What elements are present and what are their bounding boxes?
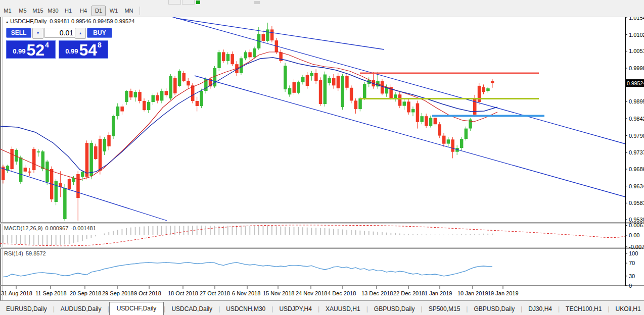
chart-tab-usdjpy-h4[interactable]: USDJPY,H4 [273, 303, 317, 315]
macd-axis-label: 0.00 [629, 232, 639, 238]
price-axis-label: 0.96865 [629, 166, 644, 172]
svg-text:0.99524: 0.99524 [627, 80, 644, 86]
date-axis-label: 15 Nov 2018 [263, 290, 294, 296]
chart-tab-ukoil-h1[interactable]: UKOil,H1 [610, 303, 644, 315]
price-axis-label: 0.96340 [629, 183, 644, 189]
rsi-axis-label: 30 [629, 273, 635, 279]
date-axis-label: 10 Jan 2019 [457, 290, 488, 296]
sell-button[interactable]: SELL [6, 28, 31, 38]
timeframe-toolbar: M1M5M15M30H1H4D1W1MN [0, 5, 644, 17]
chart-tab-usdcnh-m30[interactable]: USDCNH,M30 [220, 303, 271, 315]
date-axis-label: 29 Sep 2018 [102, 290, 133, 296]
timeframe-button-m15[interactable]: M15 [31, 6, 45, 16]
sell-price-panel[interactable]: 0.99 52 4 [6, 40, 56, 59]
date-axis-label: 27 Oct 2018 [200, 290, 230, 296]
macd-axis-label: 0.006137 [629, 222, 644, 228]
ghost-toolbar-button [182, 0, 195, 5]
rsi-axis-label: 0 [629, 283, 632, 289]
volume-increase-stepper[interactable]: ▴ [75, 28, 86, 39]
date-axis-label: 13 Dec 2018 [361, 290, 393, 296]
price-axis-label: 0.98425 [629, 116, 644, 122]
buy-price-panel[interactable]: 0.99 54 8 [59, 40, 108, 59]
buy-price-pip: 8 [98, 41, 102, 49]
chart-tab-gbpusd-daily[interactable]: GBPUSD,Daily [468, 303, 521, 315]
date-axis-label: 6 Nov 2018 [232, 290, 260, 296]
rsi-axis-label: 70 [629, 260, 635, 266]
sell-price-big: 52 [26, 43, 44, 57]
timeframe-button-h1[interactable]: H1 [61, 6, 75, 16]
chart-tab-audusd-daily[interactable]: AUDUSD,Daily [55, 303, 108, 315]
rsi-value: 59.8572 [26, 250, 46, 256]
date-axis-label: 19 Jan 2019 [488, 290, 519, 296]
date-axis-label: 22 Dec 2018 [393, 290, 425, 296]
timeframe-button-d1[interactable]: D1 [91, 6, 106, 16]
price-axis-label: 0.98950 [629, 98, 644, 104]
price-axis-label: 1.01020 [629, 32, 644, 38]
buy-button[interactable]: BUY [87, 28, 112, 38]
chart-tab-usdcad-daily[interactable]: USDCAD,Daily [165, 303, 218, 315]
timeframe-button-m30[interactable]: M30 [46, 6, 60, 16]
chart-tab-tech100-h1[interactable]: TECH100,H1 [560, 303, 608, 315]
price-axis-label: 0.95305 [629, 217, 644, 223]
date-axis-label: 4 Dec 2018 [328, 290, 356, 296]
chart-tab-xauusd-h1[interactable]: XAUUSD,H1 [319, 303, 366, 315]
price-axis-label: 1.00510 [629, 48, 644, 54]
chart-tab-sp500-m15[interactable]: SP500,M15 [423, 303, 467, 315]
buy-price-prefix: 0.99 [65, 47, 78, 55]
chart-tab-eurusd-daily[interactable]: EURUSD,Daily [0, 303, 53, 315]
green-indicator-icon [196, 1, 200, 4]
macd-signal-value: -0.001481 [71, 225, 96, 231]
macd-label: MACD(12,26,9) [4, 225, 42, 231]
chart-tab-dj30-h4[interactable]: DJ30,H4 [522, 303, 558, 315]
timeframe-button-w1[interactable]: W1 [107, 6, 121, 16]
rsi-axis-label: 100 [629, 250, 638, 256]
price-axis-label: 0.97375 [629, 149, 644, 155]
gray-toolbar-glyph [254, 1, 260, 4]
date-axis-label: 31 Aug 2018 [1, 290, 32, 296]
chart-tab-bar: EURUSD,Daily|AUDUSD,Daily|USDCHF,Daily|U… [0, 300, 644, 315]
date-axis-label: 1 Jan 2019 [425, 290, 452, 296]
buy-price-big: 54 [79, 43, 97, 57]
macd-indicator-header: MACD(12,26,9)0.000967-0.001481 [4, 225, 96, 231]
symbol-period-label: USDCHF,Daily [10, 18, 47, 24]
rsi-label: RSI(14) [4, 250, 23, 256]
rsi-indicator-header: RSI(14)59.8572 [4, 250, 46, 256]
date-axis-label: 18 Oct 2018 [168, 290, 198, 296]
price-axis-label: 0.99985 [629, 65, 644, 71]
timeframe-button-mn[interactable]: MN [122, 6, 136, 16]
volume-decrease-stepper[interactable]: ▾ [32, 28, 43, 39]
macd-axis-label: -0.007142 [629, 244, 644, 250]
date-axis-label: 24 Nov 2018 [296, 290, 327, 296]
timeframe-button-h4[interactable]: H4 [76, 6, 90, 16]
chart-tab-gbpusd-daily[interactable]: GBPUSD,Daily [368, 303, 421, 315]
sell-price-pip: 4 [45, 41, 49, 49]
chart-tab-usdchf-daily[interactable]: USDCHF,Daily [109, 302, 164, 315]
date-axis-label: 11 Sep 2018 [35, 290, 67, 296]
toolbar-separator [140, 7, 140, 15]
price-axis-label: 0.95815 [629, 200, 644, 206]
volume-input[interactable] [44, 28, 76, 38]
date-axis-label: 20 Sep 2018 [70, 290, 101, 296]
date-axis-label: 9 Oct 2018 [134, 290, 161, 296]
sell-price-prefix: 0.99 [13, 47, 25, 55]
chart-title: ▴USDCHF,Daily0.99481 0.99546 0.99459 0.9… [6, 18, 134, 24]
timeframe-button-m5[interactable]: M5 [16, 6, 30, 16]
timeframe-button-m1[interactable]: M1 [1, 6, 15, 16]
ohlc-values: 0.99481 0.99546 0.99459 0.99524 [50, 18, 134, 24]
collapse-panel-icon[interactable]: ▴ [6, 20, 8, 24]
one-click-trading-panel: SELL ▾ ▴ BUY 0.99 52 4 0.99 54 8 [6, 27, 112, 59]
price-axis-label: 0.97900 [629, 133, 644, 139]
ghost-toolbar-button [168, 0, 181, 5]
macd-main-value: 0.000967 [45, 225, 68, 231]
